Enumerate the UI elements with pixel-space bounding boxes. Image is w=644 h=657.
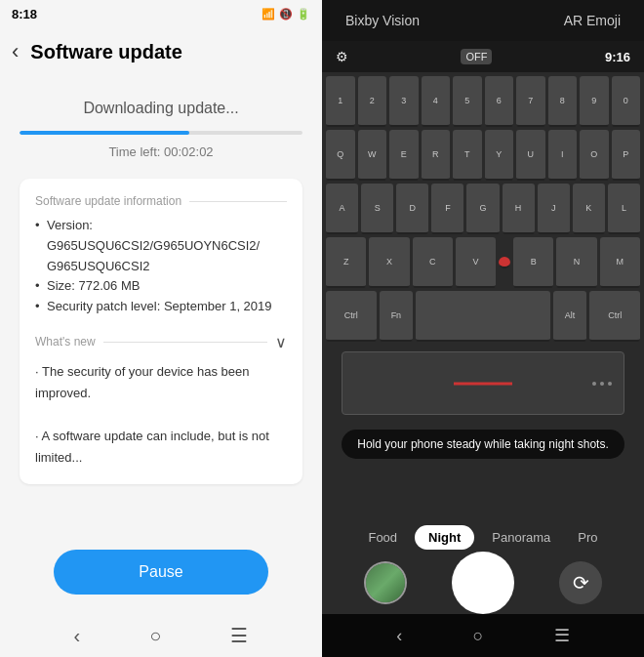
time-remaining: Time left: 00:02:02 <box>108 144 213 159</box>
camera-status-bar: ⚙ OFF 9:16 <box>322 41 644 72</box>
status-icons: 📶 📵 🔋 <box>262 8 310 21</box>
back-nav-icon[interactable]: ‹ <box>74 625 81 647</box>
mode-panorama[interactable]: Panorama <box>482 526 560 549</box>
key: J <box>538 184 570 234</box>
trackpad <box>342 351 624 415</box>
key: S <box>361 184 393 234</box>
key: 2 <box>358 76 387 127</box>
key: B <box>513 237 553 288</box>
kb-row-3: A S D F G H J K L <box>326 184 640 234</box>
kb-row-4: Z X C V B N M <box>326 237 640 288</box>
home-nav-right-icon[interactable]: ○ <box>473 626 484 646</box>
key: G <box>466 184 499 234</box>
top-bar: ‹ Software update <box>0 27 322 80</box>
whats-new-header: What's new ∨ <box>35 333 287 351</box>
key: 6 <box>485 76 514 127</box>
right-panel: 1 2 3 4 5 6 7 8 9 0 Q W E R T Y U I O <box>322 0 644 657</box>
progress-fill <box>20 131 189 135</box>
key: 0 <box>612 76 641 127</box>
shutter-button[interactable] <box>452 552 514 614</box>
key: K <box>573 184 605 234</box>
nav-bar-left: ‹ ○ ☰ <box>0 614 322 657</box>
key: M <box>600 237 640 288</box>
camera-tab-bar: Bixby Vision AR Emoji <box>322 0 644 41</box>
key: R <box>422 130 451 181</box>
key: Y <box>485 130 514 181</box>
pause-button[interactable]: Pause <box>54 550 268 595</box>
page-title: Software update <box>30 41 182 63</box>
bottom-section: Pause <box>0 530 322 614</box>
mode-night[interactable]: Night <box>415 525 474 550</box>
key: N <box>556 237 596 288</box>
key: W <box>358 130 387 181</box>
camera-controls: ⟳ <box>322 552 644 614</box>
key: Ctrl <box>326 291 377 342</box>
key: 8 <box>548 76 578 127</box>
status-bar-left: 8:18 📶 📵 🔋 <box>0 0 322 27</box>
key: Q <box>326 130 355 181</box>
main-content: Downloading update... Time left: 00:02:0… <box>0 80 322 530</box>
key: O <box>580 130 609 181</box>
mode-food[interactable]: Food <box>358 526 407 549</box>
back-button[interactable]: ‹ <box>8 35 22 68</box>
key: X <box>369 237 409 288</box>
info-section-title: Software update information <box>35 194 287 208</box>
key: Ctrl <box>589 291 640 342</box>
key <box>416 291 550 342</box>
tab-bixby-vision[interactable]: Bixby Vision <box>338 9 427 32</box>
info-list: Version: G965USQU6CSI2/G965UOYN6CSI2/G96… <box>35 216 287 317</box>
key: P <box>612 130 641 181</box>
left-panel: 8:18 📶 📵 🔋 ‹ Software update Downloading… <box>0 0 322 657</box>
recents-nav-right-icon[interactable]: ☰ <box>554 625 570 646</box>
key: C <box>413 237 453 288</box>
list-item: Version: G965USQU6CSI2/G965UOYN6CSI2/G96… <box>35 216 287 276</box>
settings-icon[interactable]: ⚙ <box>336 49 348 64</box>
dot <box>600 382 604 386</box>
key: Fn <box>380 291 413 342</box>
camera-modes-bar: Food Night Panorama Pro <box>322 525 644 550</box>
downloading-text: Downloading update... <box>83 100 238 117</box>
nav-bar-right: ‹ ○ ☰ <box>322 614 644 657</box>
divider <box>189 201 287 202</box>
camera-time-display: 9:16 <box>605 50 630 64</box>
key: T <box>453 130 482 181</box>
flip-camera-icon: ⟳ <box>573 571 589 595</box>
key: U <box>516 130 545 181</box>
tab-ar-emoji[interactable]: AR Emoji <box>556 9 628 32</box>
list-item: Size: 772.06 MB <box>35 276 287 297</box>
key: 1 <box>326 76 355 127</box>
divider2 <box>103 342 267 343</box>
key: F <box>431 184 463 234</box>
back-nav-right-icon[interactable]: ‹ <box>396 626 402 646</box>
kb-row-5: Ctrl Fn Alt Ctrl <box>326 291 640 342</box>
whats-new-content: · The security of your device has been i… <box>35 361 287 469</box>
thumbnail-image <box>366 563 405 602</box>
photo-thumbnail[interactable] <box>364 561 407 604</box>
key: E <box>389 130 419 181</box>
time-left-status: 8:18 <box>12 7 37 21</box>
flash-off-icon[interactable]: OFF <box>461 49 492 64</box>
flip-camera-button[interactable]: ⟳ <box>559 561 602 604</box>
key: 4 <box>422 76 451 127</box>
key: 5 <box>453 76 482 127</box>
signal-icon: 📵 <box>279 8 293 21</box>
trackpoint-key <box>499 257 510 268</box>
key: 7 <box>516 76 545 127</box>
key: Alt <box>553 291 586 342</box>
key: A <box>326 184 358 234</box>
battery-icon: 🔋 <box>297 8 310 21</box>
info-card: Software update information Version: G96… <box>20 179 302 484</box>
key: I <box>548 130 578 181</box>
keyboard-area: 1 2 3 4 5 6 7 8 9 0 Q W E R T Y U I O <box>322 72 644 346</box>
key: V <box>456 237 496 288</box>
list-item: Security patch level: September 1, 2019 <box>35 297 287 317</box>
key: Z <box>326 237 366 288</box>
kb-row-2: Q W E R T Y U I O P <box>326 130 640 181</box>
key: 9 <box>580 76 609 127</box>
key: L <box>608 184 640 234</box>
wifi-icon: 📶 <box>262 8 275 21</box>
chevron-down-icon[interactable]: ∨ <box>275 333 287 351</box>
recents-nav-icon[interactable]: ☰ <box>230 624 248 647</box>
mode-pro[interactable]: Pro <box>568 526 607 549</box>
home-nav-icon[interactable]: ○ <box>149 625 161 647</box>
